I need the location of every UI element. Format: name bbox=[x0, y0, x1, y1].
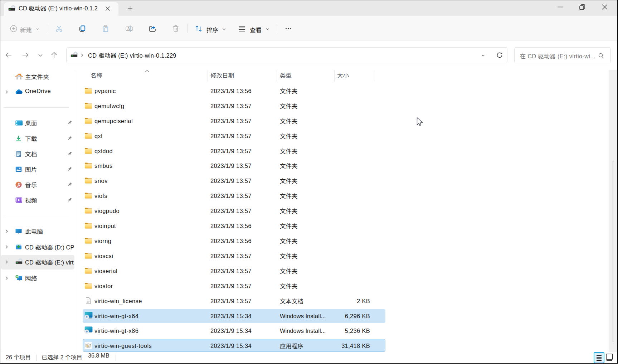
svg-text:A: A bbox=[127, 26, 130, 31]
